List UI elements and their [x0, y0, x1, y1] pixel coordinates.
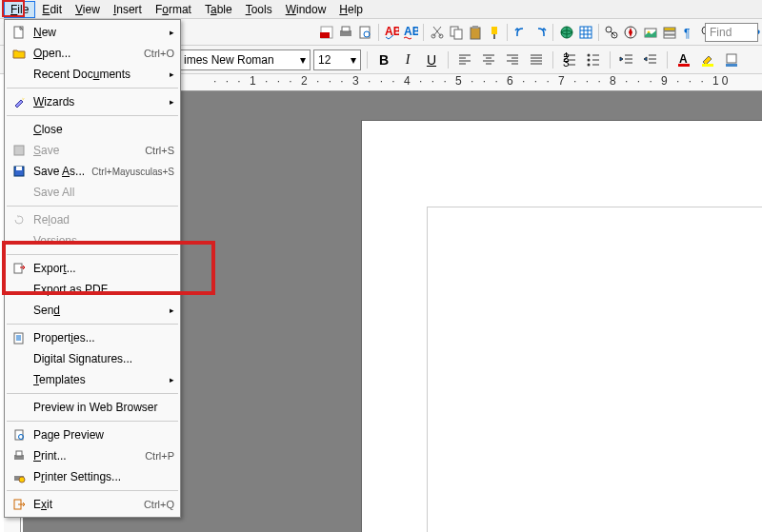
- svg-rect-39: [727, 54, 736, 63]
- align-center-button[interactable]: [478, 49, 499, 70]
- decrease-indent-button[interactable]: [616, 49, 637, 70]
- navigator-icon[interactable]: [622, 22, 640, 43]
- svg-rect-37: [678, 64, 690, 67]
- menu-item-page-preview[interactable]: Page Preview: [5, 424, 180, 445]
- svg-point-35: [588, 63, 591, 66]
- save-as-icon: [10, 164, 28, 179]
- menu-item-recent[interactable]: Recent Documents ▸: [5, 64, 180, 85]
- menu-item-export-pdf[interactable]: Export as PDF...: [5, 279, 180, 300]
- background-color-button[interactable]: [721, 49, 742, 70]
- menu-item-templates[interactable]: Templates ▸: [5, 369, 180, 390]
- export-pdf-icon[interactable]: [317, 22, 335, 43]
- svg-rect-11: [454, 30, 462, 39]
- svg-rect-22: [664, 28, 675, 30]
- highlight-button[interactable]: [697, 49, 718, 70]
- document-page[interactable]: [361, 120, 762, 532]
- svg-rect-23: [664, 31, 675, 34]
- menu-item-wizards[interactable]: Wizards ▸: [5, 91, 180, 112]
- print-icon[interactable]: [336, 22, 354, 43]
- menu-item-print[interactable]: Print... Ctrl+P: [5, 445, 180, 466]
- copy-icon[interactable]: [447, 22, 465, 43]
- printer-settings-icon: [10, 469, 28, 484]
- menu-file[interactable]: File: [4, 1, 35, 18]
- align-left-button[interactable]: [454, 49, 475, 70]
- menu-item-exit[interactable]: Exit Ctrl+Q: [5, 494, 180, 515]
- submenu-arrow-icon: ▸: [170, 375, 174, 384]
- menu-item-new[interactable]: New ▸: [5, 22, 180, 43]
- menu-view[interactable]: View: [69, 1, 107, 18]
- menu-item-preview-web[interactable]: Preview in Web Browser: [5, 397, 180, 418]
- menu-item-printer-settings[interactable]: Printer Settings...: [5, 466, 180, 487]
- find-toolbar-input[interactable]: Find: [705, 23, 758, 42]
- nonprinting-icon[interactable]: ¶: [679, 22, 697, 43]
- svg-point-33: [588, 53, 591, 56]
- font-size-dropdown[interactable]: 12 ▾: [313, 49, 361, 70]
- svg-point-34: [588, 58, 591, 61]
- menu-item-properties[interactable]: Properties...: [5, 327, 180, 348]
- svg-rect-14: [491, 27, 497, 34]
- paste-icon[interactable]: [466, 22, 484, 43]
- font-size-value: 12: [318, 53, 331, 67]
- svg-text:A: A: [679, 52, 688, 66]
- accel-save: Ctrl+S: [145, 145, 174, 156]
- menu-item-signatures[interactable]: Digital Signatures...: [5, 348, 180, 369]
- accel-save-as: Ctrl+Mayusculas+S: [91, 167, 174, 177]
- menu-item-close[interactable]: Close: [5, 119, 180, 140]
- menu-item-send[interactable]: Send ▸: [5, 300, 180, 321]
- table-icon[interactable]: [576, 22, 594, 43]
- menu-edit[interactable]: Edit: [35, 1, 69, 18]
- submenu-arrow-icon: ▸: [170, 305, 174, 315]
- numbering-button[interactable]: 123: [559, 49, 580, 70]
- menu-window[interactable]: Window: [279, 1, 333, 18]
- font-color-button[interactable]: A: [673, 49, 694, 70]
- gallery-icon[interactable]: [641, 22, 659, 43]
- redo-icon[interactable]: [531, 22, 549, 43]
- exit-icon: [10, 497, 28, 512]
- menu-item-save-as[interactable]: Save As... Ctrl+Mayusculas+S: [5, 161, 180, 182]
- increase-indent-button[interactable]: [640, 49, 661, 70]
- svg-rect-42: [14, 146, 24, 155]
- svg-rect-40: [726, 64, 737, 67]
- svg-rect-50: [16, 451, 22, 456]
- menu-insert[interactable]: Insert: [107, 1, 149, 18]
- svg-point-52: [19, 477, 25, 483]
- properties-icon: [10, 330, 28, 345]
- undo-icon[interactable]: [511, 22, 530, 43]
- align-justify-button[interactable]: [526, 49, 547, 70]
- cut-icon[interactable]: [428, 22, 446, 43]
- autospell-icon[interactable]: ABC: [401, 22, 419, 43]
- menu-item-open[interactable]: Open... Ctrl+O: [5, 43, 180, 64]
- menu-item-save[interactable]: Save Ctrl+S: [5, 140, 180, 161]
- menu-format[interactable]: Format: [149, 1, 198, 18]
- spellcheck-icon[interactable]: ABC: [382, 22, 400, 43]
- find-replace-icon[interactable]: [603, 22, 621, 43]
- svg-rect-1: [320, 32, 330, 38]
- datasource-icon[interactable]: [660, 22, 678, 43]
- menu-item-export[interactable]: Export...: [5, 258, 180, 279]
- bold-button[interactable]: B: [373, 49, 394, 70]
- svg-text:ABC: ABC: [404, 25, 418, 38]
- accel-exit: Ctrl+Q: [144, 499, 174, 510]
- menu-help[interactable]: Help: [332, 1, 370, 18]
- underline-button[interactable]: U: [421, 49, 442, 70]
- file-menu-dropdown: New ▸ Open... Ctrl+O Recent Documents ▸ …: [4, 19, 181, 518]
- font-name-dropdown[interactable]: imes New Roman ▾: [179, 49, 311, 70]
- open-icon: [10, 46, 28, 61]
- bullets-button[interactable]: [583, 49, 604, 70]
- menu-table[interactable]: Table: [198, 1, 239, 18]
- italic-button[interactable]: I: [397, 49, 418, 70]
- hyperlink-icon[interactable]: [557, 22, 575, 43]
- svg-rect-3: [342, 27, 350, 31]
- menu-tools[interactable]: Tools: [239, 1, 279, 18]
- preview-icon[interactable]: [356, 22, 374, 43]
- submenu-arrow-icon: ▸: [170, 28, 174, 37]
- export-icon: [10, 261, 28, 276]
- svg-text:3: 3: [563, 56, 570, 68]
- font-name-value: imes New Roman: [184, 53, 274, 67]
- svg-rect-45: [14, 264, 22, 273]
- svg-rect-12: [471, 28, 480, 39]
- new-doc-icon: [10, 25, 28, 40]
- svg-rect-16: [580, 27, 592, 38]
- align-right-button[interactable]: [502, 49, 523, 70]
- format-paintbrush-icon[interactable]: [485, 22, 503, 43]
